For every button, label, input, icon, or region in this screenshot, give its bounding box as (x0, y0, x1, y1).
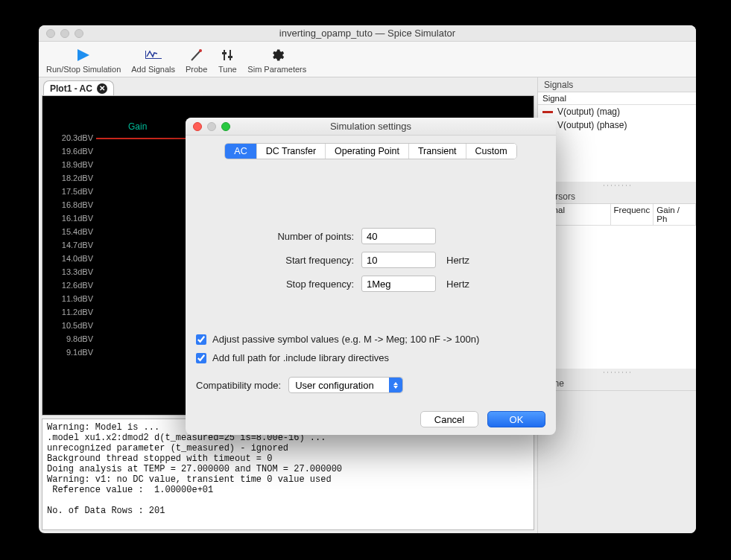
y-tick: 9.1dBV (47, 348, 93, 357)
y-tick: 16.8dBV (47, 200, 93, 210)
window-titlebar: inverting_opamp_tuto — Spice Simulator (39, 25, 696, 42)
tune-icon (218, 47, 237, 63)
plot-y-axis: 20.3dBV19.6dBV18.9dBV18.2dBV17.5dBV16.8d… (47, 133, 93, 357)
run-stop-button[interactable]: Run/Stop Simulation (43, 47, 124, 74)
y-tick: 11.9dBV (47, 294, 93, 304)
ac-form: Number of points: Start frequency: Hertz… (196, 228, 545, 292)
start-freq-label: Start frequency: (196, 255, 354, 266)
analysis-tab-control: AC DC Transfer Operating Point Transient… (224, 143, 516, 159)
y-tick: 13.3dBV (47, 267, 93, 277)
console-output[interactable]: Warning: Model is ... .model xu1.x2:dmod… (42, 419, 534, 530)
signal-row[interactable]: V(output) (mag) (538, 105, 696, 118)
dialog-titlebar: Simulation settings (186, 118, 556, 136)
compat-label: Compatibility mode: (196, 380, 281, 391)
plot-tabbar: Plot1 - AC ✕ (39, 77, 537, 95)
svg-marker-0 (77, 49, 89, 61)
checkbox-icon[interactable] (196, 334, 206, 345)
cancel-button[interactable]: Cancel (420, 411, 478, 427)
y-tick: 14.7dBV (47, 241, 93, 250)
stop-freq-field[interactable] (361, 276, 436, 292)
waveform-icon (144, 47, 163, 63)
signal-row[interactable]: V(output) (phase) (538, 118, 696, 132)
tab-operating-point[interactable]: Operating Point (326, 144, 409, 159)
num-points-field[interactable] (361, 228, 436, 244)
y-tick: 11.2dBV (47, 308, 93, 317)
tab-custom[interactable]: Custom (466, 144, 516, 159)
num-points-label: Number of points: (196, 231, 354, 242)
svg-rect-2 (145, 51, 146, 59)
app-window: inverting_opamp_tuto — Spice Simulator R… (39, 25, 696, 533)
y-tick: 9.8dBV (47, 334, 93, 344)
start-freq-field[interactable] (361, 252, 436, 268)
tune-header: Tune (538, 376, 696, 391)
window-title: inverting_opamp_tuto — Spice Simulator (39, 28, 696, 39)
tab-transient[interactable]: Transient (409, 144, 466, 159)
signals-header: Signals (538, 77, 696, 92)
y-tick: 19.6dBV (47, 147, 93, 156)
signals-column-header: Signal (538, 92, 696, 105)
y-tick: 14.0dBV (47, 254, 93, 264)
splitter[interactable] (538, 369, 696, 376)
gear-icon (268, 47, 287, 63)
tune-panel (538, 391, 696, 534)
cursors-columns: Signal Frequenc Gain / Ph (538, 204, 696, 226)
tab-plot1[interactable]: Plot1 - AC ✕ (43, 80, 114, 95)
svg-point-4 (199, 49, 202, 52)
dialog-buttons: Cancel OK (186, 404, 556, 435)
checkbox-icon[interactable] (196, 353, 206, 363)
dialog-body: AC DC Transfer Operating Point Transient… (186, 136, 556, 404)
dialog-title: Simulation settings (186, 121, 556, 132)
y-tick: 10.5dBV (47, 321, 93, 331)
options: Adjust passive symbol values (e.g. M -> … (196, 334, 545, 393)
cursors-panel: Signal Frequenc Gain / Ph (538, 204, 696, 369)
svg-line-3 (192, 51, 200, 60)
adjust-values-checkbox[interactable]: Adjust passive symbol values (e.g. M -> … (196, 334, 545, 345)
tab-dc-transfer[interactable]: DC Transfer (257, 144, 326, 159)
y-tick: 17.5dBV (47, 187, 93, 197)
plot-title: Gain (128, 121, 147, 132)
unit-hertz: Hertz (446, 255, 469, 266)
compat-select[interactable]: User configuration (288, 377, 403, 393)
splitter[interactable] (538, 182, 696, 189)
y-tick: 12.6dBV (47, 281, 93, 290)
sim-parameters-button[interactable]: Sim Parameters (244, 47, 309, 74)
stop-freq-label: Stop frequency: (196, 279, 354, 290)
toolbar: Run/Stop Simulation Add Signals Probe Tu… (39, 42, 696, 77)
right-column: Signals Signal V(output) (mag)V(output) … (538, 77, 696, 533)
color-swatch (542, 111, 553, 113)
compat-select-input[interactable]: User configuration (288, 377, 403, 393)
signal-label: V(output) (phase) (557, 120, 627, 130)
add-signals-button[interactable]: Add Signals (128, 47, 178, 74)
y-tick: 18.2dBV (47, 174, 93, 183)
y-tick: 18.9dBV (47, 160, 93, 170)
signals-panel: Signal V(output) (mag)V(output) (phase) (538, 92, 696, 182)
y-tick: 16.1dBV (47, 214, 93, 223)
tab-ac[interactable]: AC (225, 144, 256, 159)
y-tick: 15.4dBV (47, 227, 93, 237)
probe-icon (187, 47, 206, 63)
y-tick: 20.3dBV (47, 133, 93, 143)
signal-label: V(output) (mag) (557, 106, 620, 117)
simulation-settings-dialog: Simulation settings AC DC Transfer Opera… (186, 118, 556, 435)
tune-button[interactable]: Tune (215, 47, 240, 74)
cursors-header: Cursors (538, 189, 696, 204)
svg-rect-8 (228, 56, 232, 58)
svg-rect-7 (222, 52, 227, 54)
ok-button[interactable]: OK (487, 411, 545, 427)
fullpath-checkbox[interactable]: Add full path for .include library direc… (196, 352, 545, 363)
tab-label: Plot1 - AC (50, 83, 92, 94)
probe-button[interactable]: Probe (183, 47, 210, 74)
close-icon[interactable]: ✕ (97, 83, 107, 94)
unit-hertz: Hertz (446, 279, 469, 290)
svg-rect-1 (145, 58, 162, 59)
play-icon (74, 47, 93, 63)
